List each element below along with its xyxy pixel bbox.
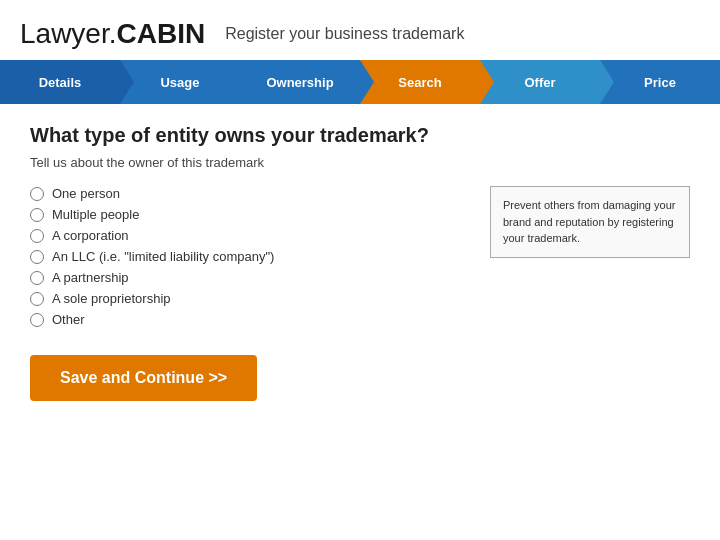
- entity-options-list: One personMultiple peopleA corporationAn…: [30, 186, 470, 333]
- logo-bold: CABIN: [117, 18, 206, 49]
- entity-option-1[interactable]: Multiple people: [30, 207, 470, 222]
- entity-option-label-3: An LLC (i.e. "limited liability company"…: [52, 249, 274, 264]
- logo: Lawyer.CABIN: [20, 18, 205, 50]
- main-content: What type of entity owns your trademark?…: [0, 104, 720, 411]
- entity-option-0[interactable]: One person: [30, 186, 470, 201]
- entity-option-label-4: A partnership: [52, 270, 129, 285]
- save-continue-button[interactable]: Save and Continue >>: [30, 355, 257, 401]
- entity-radio-6[interactable]: [30, 313, 44, 327]
- entity-option-5[interactable]: A sole proprietorship: [30, 291, 470, 306]
- entity-radio-3[interactable]: [30, 250, 44, 264]
- breadcrumb-item-search[interactable]: Search: [360, 60, 480, 104]
- breadcrumb-item-offer[interactable]: Offer: [480, 60, 600, 104]
- breadcrumb-item-ownership[interactable]: Ownership: [240, 60, 360, 104]
- info-box: Prevent others from damaging your brand …: [490, 186, 690, 258]
- entity-option-2[interactable]: A corporation: [30, 228, 470, 243]
- entity-option-3[interactable]: An LLC (i.e. "limited liability company"…: [30, 249, 470, 264]
- entity-radio-0[interactable]: [30, 187, 44, 201]
- breadcrumb-item-price[interactable]: Price: [600, 60, 720, 104]
- breadcrumb: Details Usage Ownership Search Offer Pri…: [0, 60, 720, 104]
- entity-option-4[interactable]: A partnership: [30, 270, 470, 285]
- entity-option-label-1: Multiple people: [52, 207, 139, 222]
- entity-option-label-2: A corporation: [52, 228, 129, 243]
- header: Lawyer.CABIN Register your business trad…: [0, 0, 720, 60]
- breadcrumb-item-usage[interactable]: Usage: [120, 60, 240, 104]
- entity-option-label-5: A sole proprietorship: [52, 291, 171, 306]
- entity-option-label-6: Other: [52, 312, 85, 327]
- entity-radio-4[interactable]: [30, 271, 44, 285]
- tagline: Register your business trademark: [225, 25, 464, 43]
- breadcrumb-item-details[interactable]: Details: [0, 60, 120, 104]
- entity-radio-5[interactable]: [30, 292, 44, 306]
- entity-option-6[interactable]: Other: [30, 312, 470, 327]
- entity-radio-2[interactable]: [30, 229, 44, 243]
- entity-option-label-0: One person: [52, 186, 120, 201]
- page-title: What type of entity owns your trademark?: [30, 124, 690, 147]
- logo-text: Lawyer.: [20, 18, 117, 49]
- entity-radio-1[interactable]: [30, 208, 44, 222]
- info-box-text: Prevent others from damaging your brand …: [503, 199, 675, 244]
- main-area: One personMultiple peopleA corporationAn…: [30, 186, 690, 333]
- page-subtitle: Tell us about the owner of this trademar…: [30, 155, 690, 170]
